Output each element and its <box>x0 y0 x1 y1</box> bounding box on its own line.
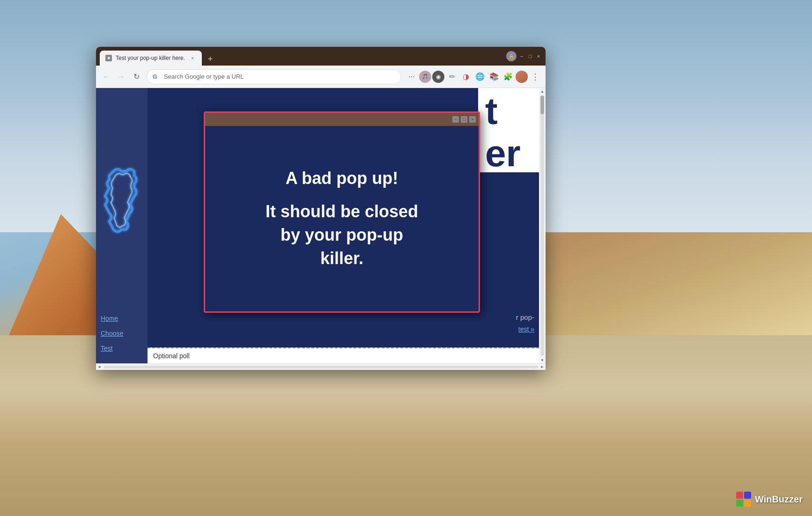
logo-square-red <box>736 492 743 499</box>
google-logo: G <box>153 73 160 81</box>
reload-button[interactable]: ↻ <box>130 70 143 83</box>
browser-toolbar: ← → ↻ G Search Google or type a URL ⋯ 🎵 … <box>96 66 546 88</box>
horizontal-scrollbar[interactable]: ◄ ► <box>96 363 546 370</box>
tab-close-button[interactable]: × <box>189 54 196 62</box>
optional-poll: Optional poll <box>148 347 539 363</box>
body-text-partial: r pop- <box>516 313 534 321</box>
winbuzzer-text: WinBuzzer <box>755 494 803 505</box>
desktop: WinBuzzer ✱ Test your pop-up killer here… <box>0 0 812 516</box>
logo-square-green <box>736 500 743 507</box>
sidebar-link-choose[interactable]: Choose <box>101 328 143 339</box>
optional-poll-label: Optional poll <box>153 352 190 360</box>
back-button[interactable]: ← <box>100 70 113 83</box>
forward-button[interactable]: → <box>115 70 128 83</box>
page-body-text: r pop- <box>516 313 534 321</box>
logo-square-blue <box>744 492 751 499</box>
tab-favicon: ✱ <box>105 55 112 61</box>
scroll-down-button[interactable]: ▼ <box>539 357 546 363</box>
toolbar-icon-circle[interactable]: ◉ <box>432 71 444 83</box>
popup-message: A bad pop up! It should be closed by you… <box>266 167 418 271</box>
sidebar-link-test[interactable]: Test <box>101 343 143 354</box>
scroll-right-button[interactable]: ► <box>539 364 546 370</box>
toolbar-icon-stack[interactable]: 📚 <box>487 70 501 83</box>
page-content: t er r pop- test » Optional poll <box>148 88 539 363</box>
page-title-partial: t er <box>478 88 539 172</box>
test-link[interactable]: test » <box>518 325 534 333</box>
address-text: Search Google or type a URL <box>164 73 395 80</box>
winbuzzer-icon <box>736 492 751 507</box>
close-button[interactable]: × <box>535 53 542 59</box>
popup-window: − □ × A bad pop up! It should be closed … <box>204 111 480 313</box>
sidebar: Home Choose Test <box>96 88 148 363</box>
neon-star-icon <box>101 163 143 238</box>
maximize-button[interactable]: □ <box>527 53 533 59</box>
toolbar-icon-media[interactable]: 🎵 <box>419 71 431 83</box>
scroll-thumb[interactable] <box>540 96 544 114</box>
popup-line3: by your pop-up <box>266 223 418 247</box>
toolbar-icon-pen[interactable]: ✏ <box>445 70 458 83</box>
popup-overlay: − □ × A bad pop up! It should be closed … <box>204 111 480 313</box>
toolbar-icon-dots[interactable]: ⋯ <box>405 70 418 83</box>
title-letters-er: er <box>485 135 521 172</box>
extensions-icon[interactable]: 🧩 <box>502 70 515 83</box>
popup-line2: It should be closed <box>266 200 418 223</box>
window-controls: 🔒 − □ × <box>506 51 542 61</box>
scroll-track <box>540 96 544 356</box>
tab-title: Test your pop-up killer here. <box>116 55 185 61</box>
popup-maximize-button[interactable]: □ <box>461 116 467 123</box>
toolbar-icon-green[interactable]: 🌐 <box>473 70 487 83</box>
title-bar: ✱ Test your pop-up killer here. × + 🔒 − … <box>96 47 546 66</box>
new-tab-button[interactable]: + <box>204 52 217 66</box>
popup-minimize-button[interactable]: − <box>452 116 459 123</box>
address-bar[interactable]: G Search Google or type a URL <box>147 69 401 84</box>
popup-line1: A bad pop up! <box>266 167 418 190</box>
h-scroll-track <box>103 366 538 369</box>
active-tab[interactable]: ✱ Test your pop-up killer here. × <box>100 51 202 66</box>
browser-window: ✱ Test your pop-up killer here. × + 🔒 − … <box>96 47 546 370</box>
more-options-button[interactable]: ⋮ <box>529 70 542 83</box>
popup-content: A bad pop up! It should be closed by you… <box>205 126 479 311</box>
logo-square-yellow <box>744 500 751 507</box>
minimize-button[interactable]: − <box>518 53 525 59</box>
vertical-scrollbar[interactable]: ▲ ▼ <box>539 88 546 363</box>
sidebar-nav: Home Choose Test <box>96 313 148 354</box>
title-letter-t: t <box>485 93 498 130</box>
scroll-left-button[interactable]: ◄ <box>96 364 103 370</box>
browser-content: Home Choose Test t er r pop- <box>96 88 539 363</box>
popup-close-button[interactable]: × <box>469 116 476 123</box>
toolbar-icon-pie[interactable]: ◑ <box>459 70 472 83</box>
scroll-up-button[interactable]: ▲ <box>539 88 546 95</box>
sidebar-link-home[interactable]: Home <box>101 313 143 324</box>
popup-line4: killer. <box>266 247 418 270</box>
tab-strip: ✱ Test your pop-up killer here. × + <box>100 47 504 66</box>
toolbar-icons: ⋯ 🎵 ◉ ✏ ◑ 🌐 📚 🧩 ⋮ <box>405 70 542 83</box>
popup-titlebar: − □ × <box>205 113 479 126</box>
winbuzzer-logo: WinBuzzer <box>736 492 803 507</box>
profile-avatar[interactable] <box>516 71 528 83</box>
profile-icon[interactable]: 🔒 <box>506 51 517 61</box>
